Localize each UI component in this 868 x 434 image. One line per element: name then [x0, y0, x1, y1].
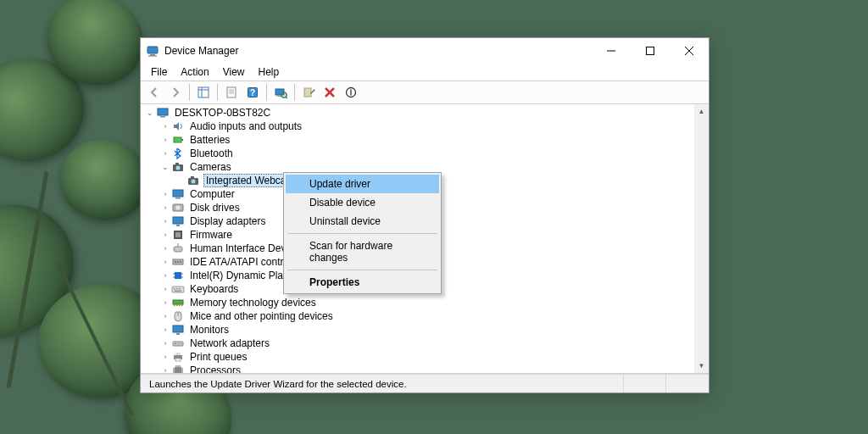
- svg-rect-42: [175, 232, 181, 237]
- expander-icon[interactable]: ›: [159, 285, 171, 293]
- svg-rect-39: [173, 217, 183, 224]
- context-uninstall-device[interactable]: Uninstall device: [286, 212, 439, 231]
- titlebar: Device Manager: [141, 38, 709, 64]
- expander-icon[interactable]: ⌄: [144, 108, 156, 117]
- expander-icon[interactable]: ›: [159, 217, 171, 225]
- tree-item-label: Disk drives: [188, 202, 242, 214]
- expander-icon[interactable]: ›: [159, 231, 171, 239]
- keyboard-icon: [171, 282, 185, 296]
- tree-item[interactable]: ›Network adapters: [141, 337, 694, 350]
- tree-item-label: Batteries: [188, 134, 231, 146]
- close-button[interactable]: [670, 38, 709, 64]
- svg-rect-56: [176, 288, 178, 290]
- svg-rect-74: [175, 367, 181, 373]
- scroll-up-arrow[interactable]: ▲: [694, 104, 709, 119]
- cpu-icon: [171, 364, 185, 373]
- svg-rect-4: [647, 47, 654, 55]
- scan-hardware-button[interactable]: [270, 82, 291, 103]
- context-update-driver[interactable]: Update driver: [286, 175, 439, 193]
- svg-rect-0: [147, 47, 158, 53]
- show-hide-tree-button[interactable]: [193, 82, 214, 103]
- svg-rect-20: [304, 88, 311, 97]
- expander-icon[interactable]: ›: [159, 326, 171, 334]
- tree-item[interactable]: ›Mice and other pointing devices: [141, 309, 694, 323]
- tree-item-label: Mice and other pointing devices: [188, 310, 335, 322]
- tree-item-label: Intel(R) Dynamic Platfo: [188, 270, 296, 281]
- tree-item[interactable]: ›Processors: [141, 364, 694, 373]
- menu-help[interactable]: Help: [252, 64, 287, 80]
- svg-point-68: [175, 343, 176, 345]
- expander-icon[interactable]: ›: [159, 339, 171, 348]
- context-properties[interactable]: Properties: [286, 273, 439, 292]
- camera-icon: [186, 174, 200, 187]
- svg-rect-25: [158, 108, 168, 115]
- svg-rect-63: [181, 304, 183, 306]
- expander-icon[interactable]: ›: [159, 271, 171, 280]
- svg-rect-59: [173, 300, 183, 304]
- status-cell: [624, 375, 666, 392]
- minimize-button[interactable]: [592, 38, 631, 64]
- computer-icon: [171, 187, 185, 201]
- help-toolbar-button[interactable]: ?: [242, 82, 263, 103]
- tree-item-label: Processors: [188, 364, 242, 373]
- tree-item[interactable]: ›Monitors: [141, 323, 694, 337]
- tree-item-label: Print queues: [188, 351, 248, 363]
- expander-icon[interactable]: ›: [159, 298, 171, 307]
- context-separator: [287, 233, 437, 234]
- maximize-button[interactable]: [631, 38, 670, 64]
- properties-toolbar-button[interactable]: [221, 82, 242, 103]
- svg-point-47: [177, 261, 179, 263]
- expander-icon[interactable]: ›: [159, 312, 171, 320]
- svg-rect-58: [175, 291, 181, 292]
- update-driver-toolbar-button[interactable]: [298, 82, 319, 103]
- vertical-scrollbar[interactable]: ▲ ▼: [694, 104, 709, 373]
- disable-toolbar-button[interactable]: [341, 82, 361, 103]
- expander-icon[interactable]: ›: [159, 203, 171, 212]
- tree-item[interactable]: ›Print queues: [141, 350, 694, 364]
- battery-icon: [171, 133, 185, 147]
- tree-item-label: Memory technology devices: [188, 297, 318, 309]
- context-scan-hardware[interactable]: Scan for hardware changes: [286, 236, 439, 267]
- tree-item-label: Firmware: [188, 229, 234, 241]
- svg-rect-49: [175, 272, 181, 279]
- tree-panel: ⌄DESKTOP-0BST82C›Audio inputs and output…: [141, 104, 709, 374]
- context-disable-device[interactable]: Disable device: [286, 193, 439, 212]
- tree-item-label: Monitors: [188, 324, 231, 336]
- svg-rect-43: [174, 247, 182, 252]
- menu-view[interactable]: View: [216, 64, 252, 80]
- expander-icon[interactable]: ›: [159, 122, 171, 131]
- expander-icon[interactable]: ›: [159, 149, 171, 158]
- svg-rect-36: [175, 198, 181, 199]
- svg-rect-7: [198, 87, 209, 97]
- tree-item[interactable]: ›Bluetooth: [141, 147, 694, 160]
- svg-rect-26: [160, 116, 165, 118]
- scroll-down-arrow[interactable]: ▼: [694, 359, 709, 373]
- svg-rect-66: [176, 333, 180, 335]
- tree-item[interactable]: ›Batteries: [141, 133, 694, 147]
- expander-icon[interactable]: ›: [159, 136, 171, 144]
- expander-icon[interactable]: ›: [159, 353, 171, 361]
- menu-file[interactable]: File: [144, 64, 174, 80]
- audio-icon: [171, 120, 185, 133]
- menu-action[interactable]: Action: [174, 64, 215, 80]
- tree-item[interactable]: ›Memory technology devices: [141, 296, 694, 309]
- hid-icon: [171, 242, 185, 255]
- camera-icon: [171, 160, 185, 174]
- uninstall-toolbar-button[interactable]: [320, 82, 340, 103]
- back-button[interactable]: [144, 82, 164, 103]
- device-manager-window: Device Manager File Action View Help ? ⌄…: [140, 37, 709, 393]
- expander-icon[interactable]: ›: [159, 366, 171, 373]
- tree-item[interactable]: ›Audio inputs and outputs: [141, 120, 694, 133]
- svg-rect-31: [175, 163, 179, 164]
- expander-icon[interactable]: ⌄: [159, 163, 171, 171]
- svg-point-30: [176, 166, 181, 170]
- svg-rect-62: [179, 304, 181, 306]
- tree-item-label: Display adapters: [188, 215, 267, 227]
- expander-icon[interactable]: ›: [159, 258, 171, 266]
- tree-root[interactable]: ⌄DESKTOP-0BST82C: [141, 106, 694, 120]
- expander-icon[interactable]: ›: [159, 244, 171, 253]
- expander-icon[interactable]: ›: [159, 190, 171, 198]
- svg-rect-55: [174, 288, 175, 290]
- tree-item-label: Bluetooth: [188, 147, 235, 159]
- forward-button[interactable]: [165, 82, 186, 103]
